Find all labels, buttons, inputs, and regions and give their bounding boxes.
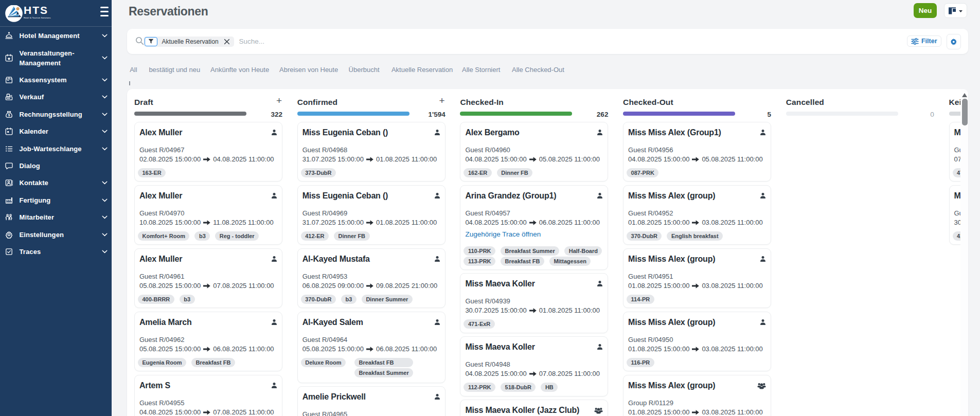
svg-text:$: $ — [8, 113, 10, 117]
